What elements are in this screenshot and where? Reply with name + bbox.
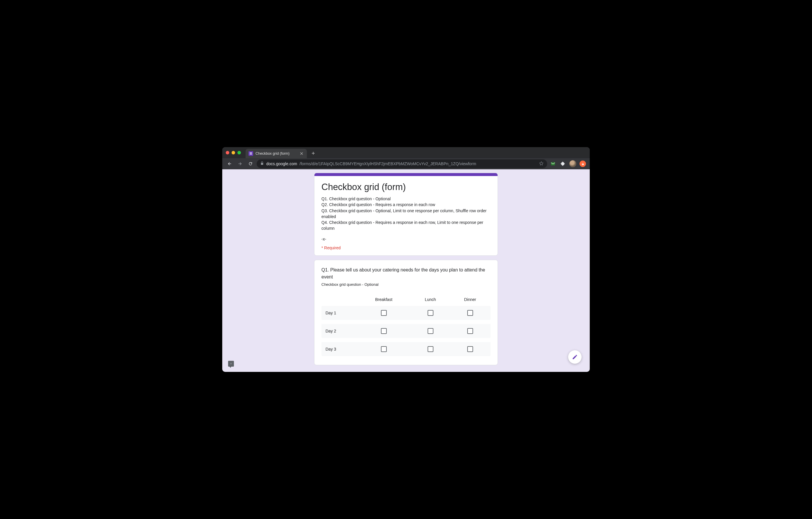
column-header: Breakfast [356, 294, 411, 304]
desc-line: Q2. Checkbox grid question - Requires a … [321, 202, 491, 208]
extensions-icon[interactable] [559, 160, 567, 168]
url-host: docs.google.com [266, 161, 297, 166]
question-subtitle: Checkbox grid question - Optional [321, 282, 491, 286]
desc-line: Q4. Checkbox grid question - Requires a … [321, 219, 491, 231]
required-label: * Required [321, 245, 491, 250]
maximize-window-icon[interactable] [237, 151, 241, 155]
checkbox[interactable] [428, 310, 433, 316]
question-card: Q1. Please tell us about your catering n… [314, 260, 498, 365]
close-window-icon[interactable] [226, 151, 229, 155]
checkbox-grid: Breakfast Lunch Dinner Day 1 [321, 292, 491, 358]
form-container: Checkbox grid (form) Q1. Checkbox grid q… [314, 173, 498, 365]
checkbox[interactable] [381, 346, 387, 352]
grid-row: Day 1 [321, 306, 491, 320]
forward-button[interactable] [236, 159, 244, 168]
report-problem-button[interactable] [228, 361, 234, 366]
profile-avatar[interactable] [569, 160, 577, 168]
grid-row: Day 2 [321, 322, 491, 338]
avatar-icon [569, 160, 576, 167]
reload-button[interactable] [246, 159, 255, 168]
checkbox[interactable] [467, 346, 473, 352]
titlebar: Checkbox grid (form) [222, 147, 590, 158]
row-label: Day 2 [321, 322, 356, 338]
svg-rect-1 [250, 153, 252, 154]
checkbox[interactable] [428, 346, 433, 352]
form-description: Q1. Checkbox grid question - Optional Q2… [321, 196, 491, 231]
checkbox[interactable] [381, 310, 387, 316]
bookmark-star-icon[interactable] [539, 161, 544, 167]
browser-badge[interactable] [579, 160, 587, 168]
checkbox[interactable] [467, 310, 473, 316]
svg-rect-2 [250, 154, 252, 155]
new-tab-button[interactable] [309, 149, 317, 157]
column-header: Dinner [450, 294, 491, 304]
window-controls [226, 151, 241, 155]
pencil-icon [572, 354, 578, 360]
grid-row: Day 3 [321, 340, 491, 356]
lock-icon [260, 161, 264, 166]
forms-favicon-icon [249, 151, 253, 156]
flame-icon [580, 161, 586, 167]
desc-line: Q3. Checkbox grid question - Optional, L… [321, 208, 491, 220]
page-content[interactable]: Checkbox grid (form) Q1. Checkbox grid q… [222, 169, 590, 372]
browser-toolbar: docs.google.com/forms/d/e/1FAIpQLScCB9MY… [222, 158, 590, 169]
description-separator: -x- [321, 237, 491, 241]
checkbox[interactable] [467, 328, 473, 334]
form-title: Checkbox grid (form) [321, 182, 491, 192]
close-tab-icon[interactable] [299, 151, 304, 156]
tab-title: Checkbox grid (form) [256, 152, 290, 156]
desc-line: Q1. Checkbox grid question - Optional [321, 196, 491, 202]
edit-form-fab[interactable] [568, 350, 582, 364]
svg-rect-0 [250, 153, 252, 153]
row-label: Day 3 [321, 340, 356, 356]
checkbox[interactable] [381, 328, 387, 334]
browser-window: Checkbox grid (form) docs.google.com/for… [222, 147, 590, 372]
minimize-window-icon[interactable] [232, 151, 235, 155]
browser-tab[interactable]: Checkbox grid (form) [245, 149, 307, 158]
row-label: Day 1 [321, 306, 356, 320]
form-header-card: Checkbox grid (form) Q1. Checkbox grid q… [314, 173, 498, 256]
url-path: /forms/d/e/1FAIpQLScCB9MYEHgnXIylHShF2jm… [299, 161, 476, 166]
address-bar[interactable]: docs.google.com/forms/d/e/1FAIpQLScCB9MY… [257, 159, 547, 168]
mail-extension-icon[interactable] [549, 160, 557, 168]
back-button[interactable] [225, 159, 234, 168]
checkbox[interactable] [428, 328, 433, 334]
svg-rect-3 [551, 162, 555, 165]
grid-corner [321, 294, 356, 304]
column-header: Lunch [411, 294, 450, 304]
form-accent-bar [314, 173, 498, 176]
question-title: Q1. Please tell us about your catering n… [321, 267, 491, 280]
